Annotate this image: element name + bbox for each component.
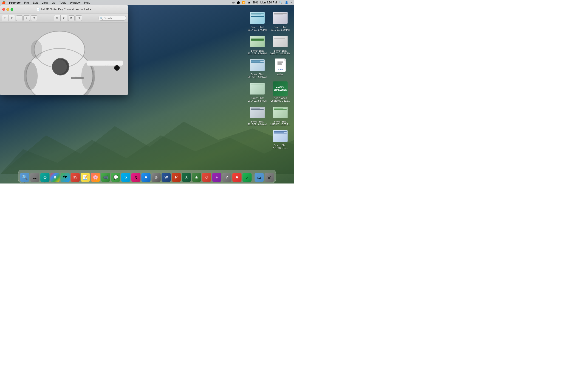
- menu-window[interactable]: Window: [70, 1, 80, 4]
- zoom-in-button[interactable]: +: [23, 15, 30, 21]
- dock-item-photos[interactable]: 🌸: [91, 173, 100, 182]
- dock-item-word[interactable]: W: [162, 173, 171, 182]
- dock-item-facetime[interactable]: 📹: [101, 173, 110, 182]
- maximize-button[interactable]: [10, 8, 13, 11]
- svg-rect-18: [71, 77, 84, 79]
- dock-item-acrobat[interactable]: A: [233, 173, 242, 182]
- dock-item-chrome[interactable]: ⊕: [51, 173, 60, 182]
- menubar-left: 🍎 Preview File Edit View Go Tools Window…: [2, 1, 90, 4]
- challenge-label: New 4 WeekChalleng...1-22.p...: [271, 97, 290, 102]
- screenshot-3-label: Screen Shot2017-09...6.56 PM: [248, 50, 267, 55]
- dock-item-camo[interactable]: ◉: [192, 173, 201, 182]
- app-name[interactable]: Preview: [9, 1, 20, 4]
- apple-menu[interactable]: 🍎: [2, 1, 6, 4]
- desktop-icon-screenshot-2[interactable]: Screen Shot2016-03...9.59 PM: [269, 9, 292, 33]
- icon-row-5: Screen Shot2017-09...6.06 AM Screen Shot…: [241, 104, 292, 127]
- chevron-down-icon[interactable]: ▾: [90, 8, 91, 11]
- rotate-button[interactable]: ↺: [68, 15, 75, 21]
- dock-item-powerpoint[interactable]: P: [172, 173, 181, 182]
- screenshot-4-label: Screen Shot2017-07...43.31 PM: [270, 50, 290, 55]
- desktop-icon-screenshot-9[interactable]: Screen Sh...2017-09...5.0...: [269, 127, 292, 151]
- siri-icon[interactable]: ⬤: [237, 1, 240, 4]
- chrome-dot: [55, 182, 55, 183]
- excel-icon: X: [185, 175, 188, 179]
- dock-item-help[interactable]: ?: [222, 173, 232, 182]
- desktop-icon-screenshot-8[interactable]: Screen Shot2017-07...13.35 P...: [269, 104, 292, 127]
- menu-view[interactable]: View: [42, 1, 48, 4]
- desktop-icon-screenshot-1[interactable]: Screen Shot2017-09...9.46 PM: [246, 9, 269, 33]
- annotate-button[interactable]: ✏: [54, 15, 61, 21]
- screenshot-thumb-3: [250, 34, 265, 49]
- window-title: 📄 H4 3D Guitar Key Chain.stl — Locked ▾: [36, 8, 92, 11]
- mirroring-icon[interactable]: ▣: [248, 1, 250, 4]
- word-icon: W: [164, 175, 168, 179]
- dock-item-notes[interactable]: 📝: [81, 173, 90, 182]
- desktop-icon-screenshot-5[interactable]: Screen Shot2017-09...5.09 AM: [246, 56, 269, 80]
- zoom-in-icon: +: [26, 16, 27, 20]
- dock-item-appstore[interactable]: A: [141, 173, 151, 182]
- menu-go[interactable]: Go: [52, 1, 55, 4]
- screenshot-9-label: Screen Sh...2017-09...5.0...: [272, 144, 288, 150]
- dock-item-finder[interactable]: 🔍: [20, 173, 29, 182]
- menu-help[interactable]: Help: [84, 1, 90, 4]
- wifi-icon[interactable]: 📶: [242, 1, 246, 4]
- dock-item-maps[interactable]: 🗺: [61, 173, 70, 182]
- user-icon[interactable]: 👤: [285, 1, 288, 4]
- safari-icon: ⊙: [43, 175, 47, 180]
- dock-item-trash[interactable]: 🗑: [265, 173, 274, 182]
- dock-item-spotify[interactable]: ♪: [242, 173, 252, 182]
- menu-edit[interactable]: Edit: [33, 1, 38, 4]
- svg-rect-23: [277, 61, 283, 62]
- dock-item-excel[interactable]: X: [182, 173, 191, 182]
- search-menubar-icon[interactable]: 🔍: [279, 1, 283, 4]
- desktop-icon-rutina[interactable]: DOCX rutina: [269, 56, 292, 80]
- screenshot-1-label: Screen Shot2017-09...9.46 PM: [248, 26, 267, 31]
- menubar-right: ◎ ⬤ 📶 ▣ 39% Mon 9:20 PM 🔍 👤 ≡: [232, 1, 292, 4]
- dock-item-skype[interactable]: S: [121, 173, 130, 182]
- zoom-out-button[interactable]: −: [16, 15, 23, 21]
- dock-item-autocad[interactable]: ⬡: [202, 173, 211, 182]
- desktop-icon-screenshot-7[interactable]: Screen Shot2017-09...6.06 AM: [246, 104, 269, 127]
- pencil-icon: ✏: [56, 16, 59, 20]
- zoom-out-icon: −: [18, 16, 20, 20]
- menu-tools[interactable]: Tools: [59, 1, 66, 4]
- chevron-down-icon: ▾: [11, 16, 13, 20]
- sidebar-dropdown-button[interactable]: ▾: [9, 15, 15, 21]
- spotify-icon: ♪: [246, 175, 248, 180]
- safari-dot: [44, 182, 45, 183]
- control-center-icon[interactable]: ≡: [291, 1, 292, 4]
- dock-item-siri[interactable]: ◎: [152, 173, 161, 182]
- itunes-icon: ♫: [134, 175, 138, 180]
- share-button[interactable]: ⬆: [31, 15, 37, 21]
- search-input[interactable]: [99, 16, 126, 21]
- crop-button[interactable]: ⊡: [76, 15, 82, 21]
- window-filename: H4 3D Guitar Key Chain.stl: [41, 8, 74, 11]
- desktop-icon-challenge[interactable]: 4 WEEKCHALLENGE New 4 WeekChalleng...1-2…: [269, 80, 292, 104]
- desktop-icon-screenshot-4[interactable]: Screen Shot2017-07...43.31 PM: [269, 33, 292, 56]
- svg-rect-15: [87, 61, 123, 65]
- desktop-icon-screenshot-6[interactable]: Screen Shot2017-09...5.58 AM: [246, 80, 269, 104]
- menu-file[interactable]: File: [24, 1, 29, 4]
- help-dock-icon: ?: [226, 175, 228, 179]
- desktop-icon-screenshot-3[interactable]: Screen Shot2017-09...6.56 PM: [246, 33, 269, 56]
- facetime-icon: 📹: [103, 175, 108, 180]
- chevron-down-icon-2: ▾: [63, 16, 65, 20]
- screenshot-thumb-1: [250, 10, 265, 25]
- fontbook-icon: F: [216, 175, 218, 179]
- dock-item-finder2[interactable]: 🗂: [255, 173, 264, 182]
- close-button[interactable]: [2, 8, 5, 11]
- minimize-button[interactable]: [6, 8, 9, 11]
- dock-item-launchpad[interactable]: ⚏: [30, 173, 40, 182]
- dock-item-fontbook[interactable]: F: [212, 173, 221, 182]
- dock-item-fantastical[interactable]: 35: [71, 173, 80, 182]
- dock-item-messages[interactable]: 💬: [111, 173, 120, 182]
- challenge-thumb: 4 WEEKCHALLENGE: [273, 81, 288, 96]
- icon-row-2: Screen Shot2017-09...6.56 PM Screen Shot…: [241, 33, 292, 56]
- desktop: 🍎 Preview File Edit View Go Tools Window…: [0, 0, 294, 184]
- annotate-dropdown-button[interactable]: ▾: [61, 15, 67, 21]
- dock-item-itunes[interactable]: ♫: [131, 173, 141, 182]
- dock-item-safari[interactable]: ⊙: [40, 173, 50, 182]
- sidebar-toggle-button[interactable]: ⊞: [2, 15, 9, 21]
- screenshot-7-label: Screen Shot2017-09...6.06 AM: [248, 120, 267, 126]
- locked-label[interactable]: Locked: [80, 8, 89, 11]
